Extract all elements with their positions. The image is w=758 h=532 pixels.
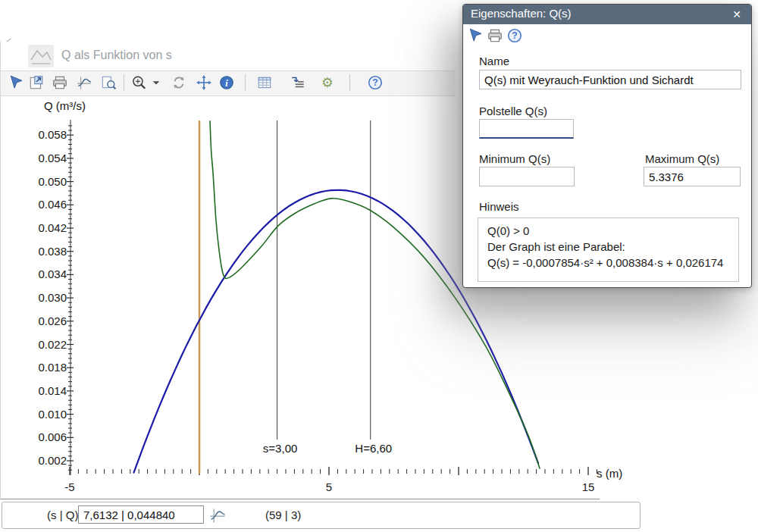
toolbar-separator	[124, 74, 124, 91]
help-button[interactable]: ?	[366, 74, 384, 92]
curve-axes-icon	[208, 506, 227, 524]
refresh-icon	[171, 74, 187, 91]
zoom-selection-icon	[100, 74, 117, 91]
settings-button[interactable]: ⚙	[318, 74, 337, 92]
toolbar-separator	[245, 74, 246, 91]
hint-line: Q(s) = -0,0007854·s² + 0,008384·s + 0,02…	[487, 255, 738, 271]
zoom-icon	[130, 74, 147, 91]
curve-coords-button[interactable]	[208, 506, 227, 524]
export-icon	[28, 74, 45, 91]
zoom-button[interactable]	[130, 74, 148, 92]
x-axis-title: s (m)	[597, 467, 622, 480]
coords-label: (s | Q)	[47, 509, 78, 521]
print-button[interactable]	[51, 74, 69, 92]
status-bar: (s | Q) (59 | 3)	[2, 502, 641, 529]
outline-button[interactable]	[289, 74, 307, 92]
toolbar-separator	[349, 74, 350, 91]
minimum-label: Minimum Q(s)	[479, 152, 550, 165]
outline-icon	[290, 74, 306, 91]
svg-text:?: ?	[512, 30, 517, 41]
properties-dialog: Eigenschaften: Q(s) ✕ ? Name Polstelle Q…	[462, 4, 752, 288]
select-cursor-icon	[8, 74, 25, 91]
fit-axes-button[interactable]	[195, 74, 213, 92]
hint-line: Q(0) > 0	[487, 223, 738, 239]
select-tool-button[interactable]	[8, 74, 26, 92]
svg-text:?: ?	[372, 77, 377, 88]
svg-text:⚙: ⚙	[321, 75, 334, 90]
dialog-help-button[interactable]: ?	[506, 27, 523, 44]
fit-axes-icon	[196, 74, 212, 91]
info-button[interactable]: i	[218, 74, 236, 92]
info-icon: i	[218, 74, 235, 91]
curve-axes-button[interactable]	[75, 74, 93, 92]
table-icon	[256, 74, 273, 91]
dialog-titlebar[interactable]: Eigenschaften: Q(s) ✕	[463, 5, 751, 24]
close-icon: ✕	[732, 8, 741, 20]
close-button[interactable]: ✕	[728, 6, 745, 23]
mountain-curve-icon	[31, 51, 51, 60]
window-icon	[28, 45, 54, 67]
dialog-title: Eigenschaften: Q(s)	[471, 7, 572, 20]
hint-label: Hinweis	[479, 200, 519, 213]
point-counter: (59 | 3)	[265, 509, 301, 521]
chevron-down-icon	[152, 74, 161, 91]
main-toolbar: i ⚙ ?	[1, 70, 456, 96]
maximum-label: Maximum Q(s)	[645, 152, 719, 165]
hint-box: Q(0) > 0 Der Graph ist eine Parabel: Q(s…	[478, 217, 739, 282]
pole-label: Polstelle Q(s)	[479, 105, 547, 117]
coords-input[interactable]	[78, 505, 204, 524]
select-cursor-icon	[468, 27, 484, 44]
dialog-select-tool-button[interactable]	[468, 27, 484, 44]
name-input[interactable]	[479, 70, 741, 89]
page: Q als Funktion von s	[0, 0, 758, 532]
refresh-button[interactable]	[170, 74, 188, 92]
minimum-input[interactable]	[479, 167, 575, 186]
curve-axes-icon	[76, 74, 92, 91]
zoom-dropdown-button[interactable]	[151, 74, 161, 92]
pole-input[interactable]	[479, 119, 574, 139]
help-icon: ?	[367, 74, 384, 91]
name-label: Name	[479, 55, 509, 67]
table-button[interactable]	[255, 74, 274, 92]
settings-gear-icon: ⚙	[319, 74, 336, 91]
print-icon	[52, 74, 68, 91]
hint-line: Der Graph ist eine Parabel:	[487, 239, 738, 255]
window-title: Q als Funktion von s	[61, 49, 172, 62]
maximum-input[interactable]	[644, 167, 741, 186]
zoom-selection-button[interactable]	[99, 74, 117, 92]
export-button[interactable]	[27, 74, 45, 92]
help-icon: ?	[506, 27, 523, 44]
print-icon	[487, 27, 503, 44]
dialog-print-button[interactable]	[487, 27, 503, 44]
